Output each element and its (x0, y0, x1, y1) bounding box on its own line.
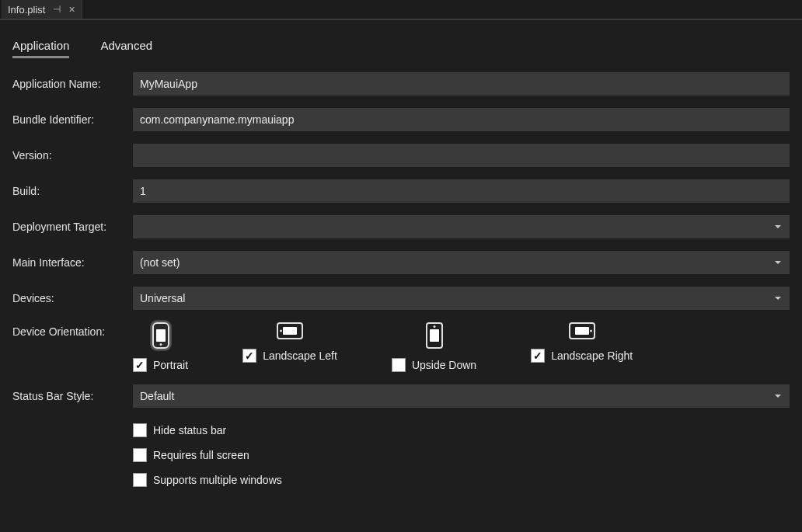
label-status-bar: Status Bar Style: (12, 390, 125, 402)
bundle-id-input[interactable] (133, 108, 790, 131)
device-portrait-icon[interactable] (152, 322, 169, 349)
checkbox-icon (133, 423, 147, 437)
chevron-down-icon (775, 395, 781, 398)
orientation-upside-down-chk[interactable]: Upside Down (392, 358, 476, 372)
orientation-portrait-label: Portrait (153, 359, 188, 371)
checkbox-icon (133, 358, 147, 372)
checkbox-icon (242, 349, 256, 363)
device-landscape-right-icon[interactable] (569, 322, 595, 339)
orientation-upside-down-label: Upside Down (412, 359, 476, 371)
deploy-target-dropdown[interactable] (133, 215, 790, 238)
document-tab-title: Info.plist (8, 4, 45, 16)
checkbox-icon (392, 358, 406, 372)
orientation-landscape-right-label: Landscape Right (551, 349, 633, 362)
device-landscape-left-icon[interactable] (277, 322, 303, 339)
checkbox-icon (133, 448, 147, 462)
page-body: Application Advanced Application Name: B… (0, 20, 802, 499)
orientation-landscape-left-chk[interactable]: Landscape Left (242, 349, 337, 363)
hide-status-bar-chk[interactable]: Hide status bar (133, 423, 790, 437)
subtab-bar: Application Advanced (12, 20, 790, 64)
status-bar-dropdown[interactable]: Default (133, 384, 790, 408)
status-bar-value: Default (140, 390, 174, 402)
orientation-landscape-right: Landscape Right (531, 322, 633, 372)
document-tab-info-plist[interactable]: Info.plist ⊣ × (2, 0, 82, 19)
build-input[interactable] (133, 179, 790, 203)
requires-full-screen-label: Requires full screen (153, 449, 249, 461)
pin-icon[interactable]: ⊣ (53, 5, 61, 14)
chevron-down-icon (775, 225, 781, 228)
hide-status-bar-label: Hide status bar (153, 424, 226, 436)
tab-advanced[interactable]: Advanced (100, 39, 152, 57)
close-icon[interactable]: × (68, 4, 75, 15)
orientation-portrait-chk[interactable]: Portrait (133, 358, 188, 372)
devices-dropdown[interactable]: Universal (133, 287, 790, 310)
requires-full-screen-chk[interactable]: Requires full screen (133, 448, 790, 462)
main-interface-value: (not set) (140, 256, 180, 269)
orientation-upside-down: Upside Down (392, 322, 476, 372)
label-version: Version: (12, 149, 125, 162)
chevron-down-icon (775, 297, 781, 300)
orientation-portrait: Portrait (133, 322, 188, 372)
label-app-name: Application Name: (12, 78, 125, 90)
label-build: Build: (12, 185, 125, 197)
document-tab-strip: Info.plist ⊣ × (0, 0, 802, 20)
tab-application[interactable]: Application (12, 39, 69, 57)
device-upside-down-icon[interactable] (426, 322, 443, 349)
label-bundle-id: Bundle Identifier: (12, 113, 125, 126)
version-input[interactable] (133, 144, 790, 167)
label-device-orientation: Device Orientation: (12, 322, 125, 338)
label-main-interface: Main Interface: (12, 256, 125, 269)
orientation-landscape-left: Landscape Left (242, 322, 337, 372)
supports-multiple-windows-label: Supports multiple windows (153, 474, 282, 486)
supports-multiple-windows-chk[interactable]: Supports multiple windows (133, 473, 790, 487)
orientation-landscape-left-label: Landscape Left (263, 349, 337, 362)
label-deploy-target: Deployment Target: (12, 221, 125, 233)
main-interface-dropdown[interactable]: (not set) (133, 251, 790, 274)
checkbox-icon (133, 473, 147, 487)
orientation-landscape-right-chk[interactable]: Landscape Right (531, 349, 633, 363)
label-devices: Devices: (12, 292, 125, 304)
devices-value: Universal (140, 292, 185, 304)
form-grid: Application Name: Bundle Identifier: Ver… (12, 64, 790, 487)
status-bar-options: Hide status bar Requires full screen Sup… (133, 420, 790, 487)
chevron-down-icon (775, 261, 781, 264)
app-name-input[interactable] (133, 72, 790, 96)
orientation-row: Portrait Landscape Left Upside Down (133, 322, 790, 372)
checkbox-icon (531, 349, 545, 363)
